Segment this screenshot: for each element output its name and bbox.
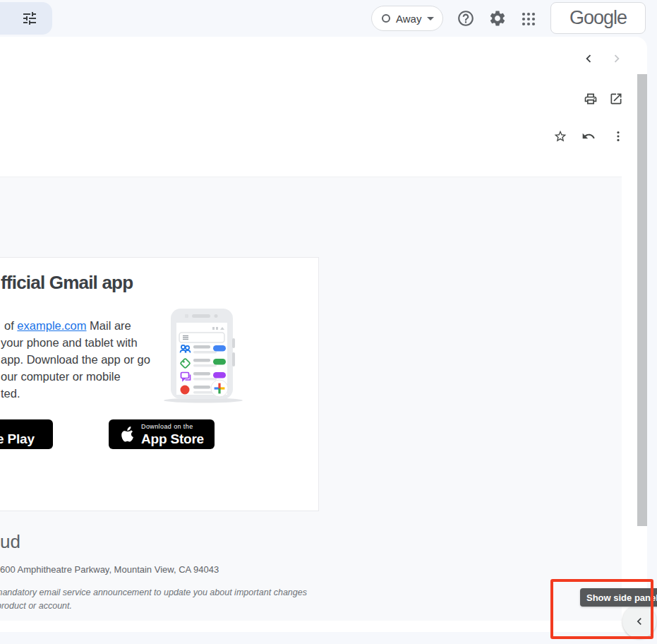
show-side-panel-tooltip: Show side panel [580,588,657,607]
show-side-panel-chevron-icon [632,614,646,628]
email-body-background: fficial Gmail app of example.com Mail ar… [0,177,622,621]
settings-gear-icon [488,9,507,28]
reply-icon [581,129,596,143]
phone-illustration [151,306,251,405]
help-icon [457,9,475,28]
google-apps-button[interactable] [519,10,538,28]
more-options-button[interactable] [606,124,630,148]
email-heading: fficial Gmail app [1,272,133,294]
email-footer-disclaimer-line-1: mandatory email service announcement to … [0,588,307,597]
scrollbar-thumb[interactable] [637,74,647,526]
settings-button[interactable] [488,8,507,28]
google-play-badge[interactable]: GET IT ON Google Play [0,419,53,449]
star-icon [553,129,567,143]
chevron-right-icon [609,51,625,66]
google-logo-box: Google [550,2,646,34]
help-button[interactable] [456,8,476,28]
email-footer-disclaimer-line-2: product or account. [0,601,72,611]
apple-logo-icon [119,425,135,443]
tune-icon [21,10,38,27]
body-line-5: ted. [1,385,150,402]
presence-status-dropdown[interactable]: Away [371,6,443,31]
app-store-badge[interactable]: Download on the App Store [109,419,215,449]
print-button[interactable] [579,87,603,111]
body-line-1: of example.com Mail are [1,317,150,334]
example-com-link[interactable]: example.com [17,319,86,332]
more-vert-icon [611,129,625,143]
gmail-window: Away Google [0,0,657,644]
google-logo: Google [569,7,627,29]
star-button[interactable] [548,124,572,148]
dropdown-caret-icon [427,17,434,20]
email-body-text: of example.com Mail are your phone and t… [1,317,150,402]
open-in-new-button[interactable] [604,87,628,111]
email-footer-address: 600 Amphitheatre Parkway, Mountain View,… [0,564,219,575]
newer-conversation-button[interactable] [577,47,601,71]
chevron-left-icon [581,51,596,66]
play-badge-name: Google Play [0,432,35,446]
appstore-badge-tagline: Download on the [141,424,193,430]
reply-button[interactable] [577,124,601,148]
show-side-panel-button[interactable] [622,604,656,638]
tune-filter-button[interactable] [0,2,52,35]
presence-status-label: Away [396,13,421,25]
email-footer-brand: ud [0,531,20,553]
open-in-new-icon [609,92,623,106]
apps-grid-icon [520,11,537,28]
presence-away-icon [382,14,390,23]
appstore-badge-name: App Store [141,432,204,446]
body-line-3: app. Download the app or go [1,351,150,368]
body-line-4: our computer or mobile [1,368,150,385]
email-content-card: fficial Gmail app of example.com Mail ar… [0,257,319,511]
older-conversation-button[interactable] [605,47,629,71]
top-bar: Away Google [0,0,657,37]
body-line-2: your phone and tablet with [1,334,150,351]
print-icon [584,92,598,106]
